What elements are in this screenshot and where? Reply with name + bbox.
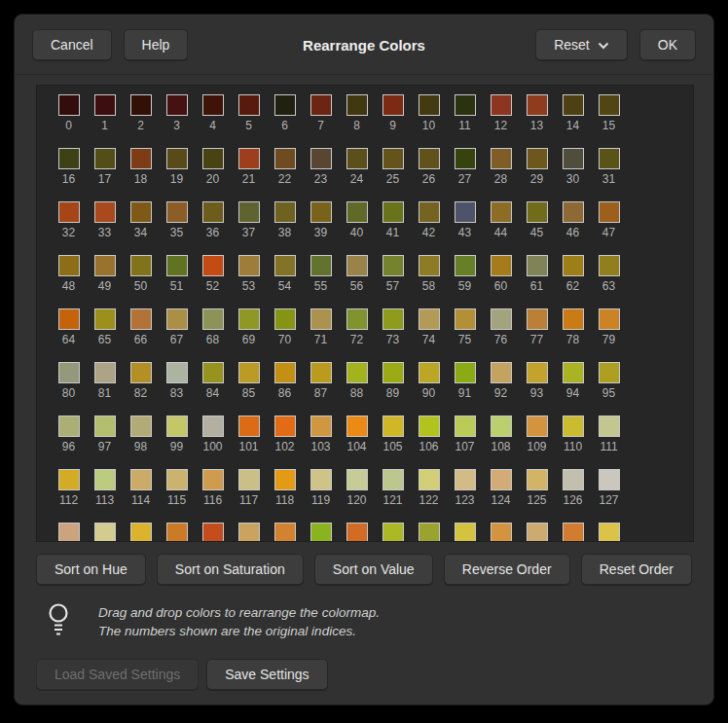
palette-cell[interactable]: 88 [339, 362, 375, 416]
color-swatch[interactable] [94, 148, 116, 169]
palette-cell[interactable]: 47 [591, 201, 627, 255]
color-swatch[interactable] [455, 94, 476, 116]
palette-cell[interactable]: 62 [555, 255, 591, 308]
color-swatch[interactable] [310, 523, 332, 542]
reset-order-button[interactable]: Reset Order [581, 554, 692, 585]
palette-cell[interactable]: 15 [591, 94, 627, 148]
palette-cell[interactable]: 96 [51, 416, 87, 469]
color-swatch[interactable] [166, 201, 188, 223]
palette-cell[interactable]: 4 [195, 94, 231, 148]
color-swatch[interactable] [455, 523, 476, 542]
palette-cell[interactable] [303, 523, 339, 542]
color-swatch[interactable] [130, 94, 152, 116]
color-swatch[interactable] [382, 523, 404, 542]
color-swatch[interactable] [166, 523, 188, 542]
color-swatch[interactable] [527, 362, 548, 383]
palette-cell[interactable]: 52 [195, 255, 231, 308]
color-swatch[interactable] [382, 94, 404, 116]
palette-cell[interactable]: 21 [231, 148, 267, 201]
color-swatch[interactable] [419, 94, 440, 116]
color-swatch[interactable] [419, 469, 440, 490]
color-swatch[interactable] [274, 523, 296, 542]
palette-cell[interactable]: 45 [519, 201, 555, 255]
palette-cell[interactable]: 56 [339, 255, 375, 308]
palette-cell[interactable] [231, 523, 267, 542]
color-swatch[interactable] [130, 469, 152, 490]
palette-cell[interactable]: 61 [519, 255, 555, 308]
save-settings-button[interactable]: Save Settings [206, 659, 327, 690]
palette-cell[interactable]: 55 [303, 255, 339, 308]
palette-cell[interactable]: 72 [339, 308, 375, 362]
palette-cell[interactable]: 31 [591, 148, 627, 201]
palette-cell[interactable]: 11 [447, 94, 483, 148]
color-swatch[interactable] [419, 308, 440, 330]
reverse-order-button[interactable]: Reverse Order [444, 554, 570, 585]
palette-cell[interactable]: 1 [87, 94, 123, 148]
color-swatch[interactable] [527, 469, 548, 490]
palette-cell[interactable] [555, 523, 591, 542]
palette-cell[interactable]: 108 [483, 416, 519, 469]
color-swatch[interactable] [346, 255, 368, 276]
palette-cell[interactable]: 6 [267, 94, 303, 148]
palette-cell[interactable]: 22 [267, 148, 303, 201]
palette-cell[interactable]: 107 [447, 416, 483, 469]
color-swatch[interactable] [202, 523, 224, 542]
palette-cell[interactable]: 71 [303, 308, 339, 362]
color-swatch[interactable] [346, 416, 368, 437]
color-swatch[interactable] [599, 416, 620, 437]
color-swatch[interactable] [238, 148, 260, 169]
palette-cell[interactable]: 78 [555, 308, 591, 362]
palette-cell[interactable]: 92 [483, 362, 519, 416]
palette-cell[interactable]: 89 [375, 362, 411, 416]
color-swatch[interactable] [202, 148, 224, 169]
palette-cell[interactable]: 66 [123, 308, 159, 362]
color-swatch[interactable] [382, 362, 404, 383]
palette-cell[interactable]: 53 [231, 255, 267, 308]
palette-cell[interactable]: 3 [159, 94, 195, 148]
load-saved-settings-button[interactable]: Load Saved Settings [36, 659, 199, 690]
color-swatch[interactable] [382, 416, 404, 437]
palette-cell[interactable]: 103 [303, 416, 339, 469]
palette-cell[interactable]: 59 [447, 255, 483, 308]
palette-cell[interactable]: 16 [51, 148, 87, 201]
color-swatch[interactable] [238, 308, 260, 330]
color-swatch[interactable] [527, 255, 548, 276]
palette-cell[interactable]: 12 [483, 94, 519, 148]
palette-cell[interactable]: 5 [231, 94, 267, 148]
color-swatch[interactable] [455, 416, 476, 437]
palette-cell[interactable]: 49 [87, 255, 123, 308]
color-swatch[interactable] [527, 523, 548, 542]
color-swatch[interactable] [382, 469, 404, 490]
palette-cell[interactable]: 2 [123, 94, 159, 148]
color-swatch[interactable] [58, 523, 80, 542]
color-swatch[interactable] [563, 362, 584, 383]
palette-cell[interactable]: 109 [519, 416, 555, 469]
color-swatch[interactable] [491, 523, 512, 542]
palette-cell[interactable]: 104 [339, 416, 375, 469]
palette-cell[interactable] [483, 523, 519, 542]
color-swatch[interactable] [346, 523, 368, 542]
color-swatch[interactable] [527, 201, 548, 223]
palette-cell[interactable]: 120 [339, 469, 375, 523]
palette-cell[interactable] [591, 523, 627, 542]
color-swatch[interactable] [382, 148, 404, 169]
palette-cell[interactable]: 84 [195, 362, 231, 416]
palette-cell[interactable]: 29 [519, 148, 555, 201]
color-swatch[interactable] [202, 469, 224, 490]
color-swatch[interactable] [310, 416, 332, 437]
color-swatch[interactable] [130, 523, 152, 542]
palette-cell[interactable]: 115 [159, 469, 195, 523]
color-swatch[interactable] [346, 362, 368, 383]
palette-cell[interactable] [195, 523, 231, 542]
palette-cell[interactable]: 69 [231, 308, 267, 362]
palette-cell[interactable]: 79 [591, 308, 627, 362]
palette-cell[interactable] [375, 523, 411, 542]
palette-cell[interactable]: 101 [231, 416, 267, 469]
color-swatch[interactable] [202, 94, 224, 116]
color-swatch[interactable] [563, 94, 584, 116]
palette-cell[interactable]: 9 [375, 94, 411, 148]
color-swatch[interactable] [202, 255, 224, 276]
color-swatch[interactable] [130, 416, 152, 437]
palette-cell[interactable]: 68 [195, 308, 231, 362]
color-swatch[interactable] [563, 523, 584, 542]
